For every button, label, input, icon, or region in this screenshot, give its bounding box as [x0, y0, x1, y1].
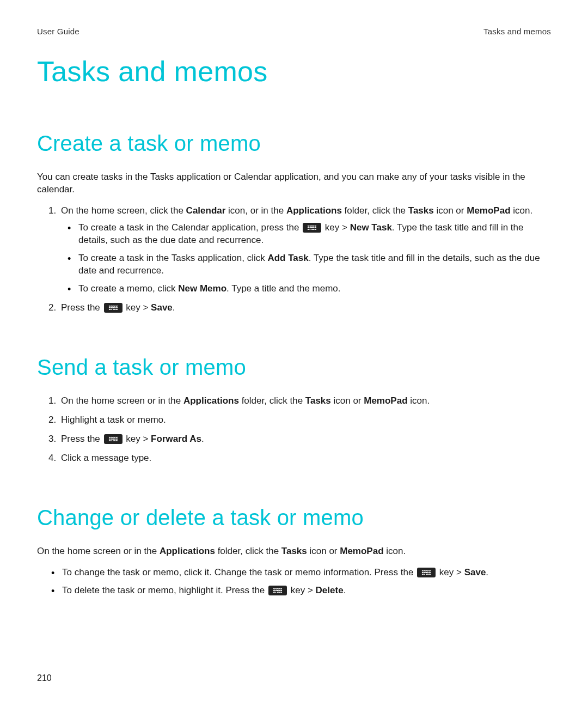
text: icon. [384, 546, 406, 556]
send-step-2: Highlight a task or memo. [59, 414, 551, 427]
menu-key-icon [104, 303, 122, 313]
section-send-title: Send a task or memo [37, 352, 551, 382]
text: key > [437, 567, 464, 577]
create-step-2: Press the key > Save. [59, 302, 551, 314]
text: To create a memo, click [78, 283, 178, 294]
menu-key-icon [268, 586, 287, 595]
section-create-intro: You can create tasks in the Tasks applic… [37, 171, 551, 196]
list-item: To change the task or memo, click it. Ch… [59, 567, 551, 579]
section-change-intro: On the home screen or in the Application… [37, 545, 551, 558]
text: folder, click the [215, 546, 281, 556]
bold-tasks: Tasks [408, 205, 434, 216]
bold-tasks: Tasks [281, 546, 307, 556]
list-item: To create a task in the Calendar applica… [75, 222, 551, 247]
menu-key-icon [417, 568, 436, 577]
bold-new-task: New Task [350, 222, 392, 233]
chapter-title: Tasks and memos [37, 52, 551, 90]
text: On the home screen, click the [61, 205, 186, 216]
section-create-steps: On the home screen, click the Calendar i… [37, 205, 551, 314]
bold-applications: Applications [183, 395, 239, 406]
menu-key-icon [303, 223, 321, 233]
section-send-steps: On the home screen or in the Application… [37, 395, 551, 465]
text: . [173, 302, 175, 313]
text: key > [124, 302, 151, 313]
text: . [344, 585, 346, 595]
text: Press the [61, 434, 103, 444]
text: icon or [307, 546, 340, 556]
send-step-3: Press the key > Forward As. [59, 433, 551, 446]
bold-add-task: Add Task [267, 253, 308, 263]
text: On the home screen or in the [61, 395, 183, 406]
header-right: Tasks and memos [483, 26, 551, 37]
bold-applications: Applications [160, 546, 215, 556]
send-step-1: On the home screen or in the Application… [59, 395, 551, 407]
text: Press the [61, 302, 103, 313]
document-page: User Guide Tasks and memos Tasks and mem… [0, 0, 588, 624]
text: icon or [331, 395, 364, 406]
list-item: To delete the task or memo, highlight it… [59, 585, 551, 597]
text: key > [288, 585, 316, 595]
bold-delete: Delete [316, 585, 344, 595]
bold-memopad: MemoPad [467, 205, 510, 216]
header-left: User Guide [37, 26, 79, 37]
text: key > [322, 222, 350, 233]
text: To delete the task or memo, highlight it… [62, 585, 267, 595]
text: To change the task or memo, click it. Ch… [62, 567, 416, 577]
menu-key-icon [104, 434, 122, 444]
text: . [201, 434, 204, 444]
bold-save: Save [464, 567, 486, 577]
create-step-1-bullets: To create a task in the Calendar applica… [61, 222, 551, 295]
section-change-title: Change or delete a task or memo [37, 503, 551, 532]
bold-memopad: MemoPad [364, 395, 407, 406]
text: key > [124, 434, 151, 444]
text: To create a task in the Calendar applica… [78, 222, 302, 233]
list-item: To create a memo, click New Memo. Type a… [75, 283, 551, 295]
bold-tasks: Tasks [305, 395, 331, 406]
text: To create a task in the Tasks applicatio… [78, 253, 267, 263]
text: . Type a title and the memo. [226, 283, 340, 294]
text: . [486, 567, 488, 577]
section-create-title: Create a task or memo [37, 129, 551, 158]
text: icon. [511, 205, 533, 216]
section-change-bullets: To change the task or memo, click it. Ch… [45, 567, 551, 597]
text: On the home screen or in the [37, 546, 160, 556]
bold-applications: Applications [286, 205, 342, 216]
text: folder, click the [239, 395, 305, 406]
page-number: 210 [37, 672, 52, 684]
text: icon. [408, 395, 430, 406]
bold-save: Save [151, 302, 173, 313]
text: icon, or in the [225, 205, 286, 216]
running-header: User Guide Tasks and memos [37, 26, 551, 37]
text: folder, click the [342, 205, 408, 216]
bold-forward-as: Forward As [151, 434, 201, 444]
create-step-1: On the home screen, click the Calendar i… [59, 205, 551, 295]
bold-memopad: MemoPad [340, 546, 383, 556]
bold-calendar: Calendar [186, 205, 226, 216]
list-item: To create a task in the Tasks applicatio… [75, 252, 551, 277]
bold-new-memo: New Memo [178, 283, 226, 294]
send-step-4: Click a message type. [59, 452, 551, 465]
text: icon or [434, 205, 467, 216]
